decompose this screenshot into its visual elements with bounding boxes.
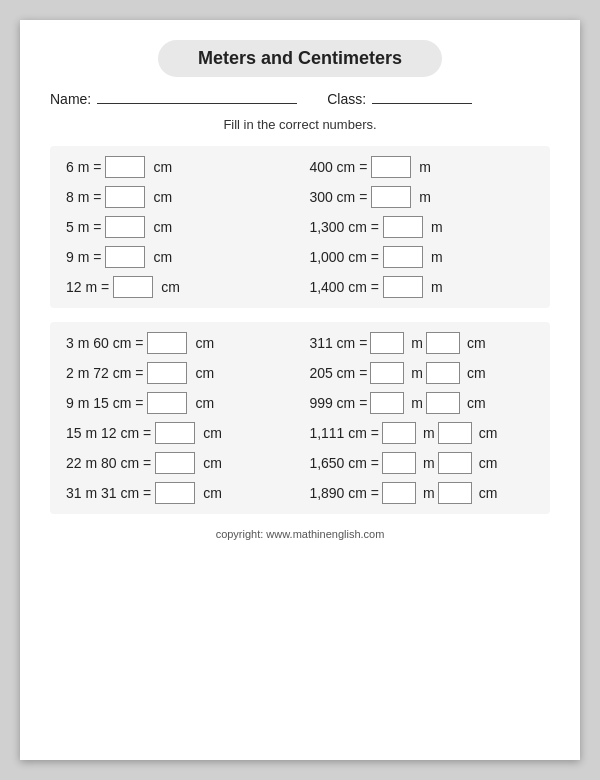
s2-right-expr-6: 1,890 cm = m cm <box>309 482 534 504</box>
s2-right-unit2-5: cm <box>479 455 498 471</box>
answer-box[interactable] <box>438 482 472 504</box>
answer-box[interactable] <box>105 216 145 238</box>
left-expr-4: 9 m = cm <box>66 246 291 268</box>
section2-row-5: 22 m 80 cm = cm 1,650 cm = m cm <box>66 452 534 474</box>
s2-right-text-4: 1,111 cm = <box>309 425 379 441</box>
s2-right-expr-5: 1,650 cm = m cm <box>309 452 534 474</box>
s2-right-text-1: 311 cm = <box>309 335 367 351</box>
left-expr-3: 5 m = cm <box>66 216 291 238</box>
right-expr-5: 1,400 cm = m <box>309 276 534 298</box>
answer-box[interactable] <box>155 482 195 504</box>
answer-box[interactable] <box>382 452 416 474</box>
left-unit-1: cm <box>153 159 172 175</box>
answer-box[interactable] <box>113 276 153 298</box>
answer-box[interactable] <box>147 332 187 354</box>
s2-left-unit-2: cm <box>195 365 214 381</box>
s2-right-unit2-6: cm <box>479 485 498 501</box>
s2-right-unit1-5: m <box>423 455 435 471</box>
answer-box[interactable] <box>370 332 404 354</box>
section2-row-4: 15 m 12 cm = cm 1,111 cm = m cm <box>66 422 534 444</box>
s2-left-unit-6: cm <box>203 485 222 501</box>
s2-right-expr-3: 999 cm = m cm <box>309 392 534 414</box>
s2-right-unit1-4: m <box>423 425 435 441</box>
answer-box[interactable] <box>105 156 145 178</box>
answer-box[interactable] <box>370 392 404 414</box>
left-text-2: 8 m = <box>66 189 101 205</box>
right-text-2: 300 cm = <box>309 189 367 205</box>
name-label: Name: <box>50 91 91 107</box>
right-expr-4: 1,000 cm = m <box>309 246 534 268</box>
left-unit-5: cm <box>161 279 180 295</box>
left-unit-3: cm <box>153 219 172 235</box>
right-unit-5: m <box>431 279 443 295</box>
s2-left-expr-4: 15 m 12 cm = cm <box>66 422 291 444</box>
left-unit-2: cm <box>153 189 172 205</box>
answer-box[interactable] <box>382 482 416 504</box>
worksheet-page: Meters and Centimeters Name: Class: Fill… <box>20 20 580 760</box>
worksheet-title: Meters and Centimeters <box>158 40 442 77</box>
answer-box[interactable] <box>438 452 472 474</box>
right-expr-3: 1,300 cm = m <box>309 216 534 238</box>
s2-left-expr-2: 2 m 72 cm = cm <box>66 362 291 384</box>
s2-right-unit1-1: m <box>411 335 423 351</box>
right-unit-1: m <box>419 159 431 175</box>
right-unit-4: m <box>431 249 443 265</box>
section1-row-3: 5 m = cm 1,300 cm = m <box>66 216 534 238</box>
answer-box[interactable] <box>147 392 187 414</box>
answer-box[interactable] <box>147 362 187 384</box>
right-unit-3: m <box>431 219 443 235</box>
answer-box[interactable] <box>426 392 460 414</box>
s2-left-expr-5: 22 m 80 cm = cm <box>66 452 291 474</box>
section1-row-1: 6 m = cm 400 cm = m <box>66 156 534 178</box>
s2-right-text-2: 205 cm = <box>309 365 367 381</box>
s2-right-unit1-2: m <box>411 365 423 381</box>
answer-box[interactable] <box>155 452 195 474</box>
answer-box[interactable] <box>105 186 145 208</box>
s2-left-expr-6: 31 m 31 cm = cm <box>66 482 291 504</box>
s2-left-expr-3: 9 m 15 cm = cm <box>66 392 291 414</box>
s2-left-unit-1: cm <box>195 335 214 351</box>
s2-right-expr-4: 1,111 cm = m cm <box>309 422 534 444</box>
instructions: Fill in the correct numbers. <box>50 117 550 132</box>
answer-box[interactable] <box>371 156 411 178</box>
answer-box[interactable] <box>382 422 416 444</box>
right-expr-2: 300 cm = m <box>309 186 534 208</box>
s2-left-text-5: 22 m 80 cm = <box>66 455 151 471</box>
s2-right-text-6: 1,890 cm = <box>309 485 379 501</box>
answer-box[interactable] <box>383 246 423 268</box>
left-expr-5: 12 m = cm <box>66 276 291 298</box>
name-class-row: Name: Class: <box>50 91 550 107</box>
answer-box[interactable] <box>383 216 423 238</box>
left-text-5: 12 m = <box>66 279 109 295</box>
s2-left-unit-4: cm <box>203 425 222 441</box>
section2-row-1: 3 m 60 cm = cm 311 cm = m cm <box>66 332 534 354</box>
s2-right-unit2-2: cm <box>467 365 486 381</box>
answer-box[interactable] <box>105 246 145 268</box>
s2-left-text-6: 31 m 31 cm = <box>66 485 151 501</box>
right-text-3: 1,300 cm = <box>309 219 379 235</box>
answer-box[interactable] <box>371 186 411 208</box>
copyright: copyright: www.mathinenglish.com <box>50 528 550 540</box>
class-label: Class: <box>327 91 366 107</box>
s2-left-unit-5: cm <box>203 455 222 471</box>
right-expr-1: 400 cm = m <box>309 156 534 178</box>
right-text-5: 1,400 cm = <box>309 279 379 295</box>
left-text-4: 9 m = <box>66 249 101 265</box>
s2-left-text-2: 2 m 72 cm = <box>66 365 143 381</box>
answer-box[interactable] <box>370 362 404 384</box>
section-2: 3 m 60 cm = cm 311 cm = m cm 2 m 72 cm =… <box>50 322 550 514</box>
name-line <box>97 103 297 104</box>
answer-box[interactable] <box>426 332 460 354</box>
answer-box[interactable] <box>438 422 472 444</box>
section1-row-4: 9 m = cm 1,000 cm = m <box>66 246 534 268</box>
section2-row-6: 31 m 31 cm = cm 1,890 cm = m cm <box>66 482 534 504</box>
s2-right-expr-2: 205 cm = m cm <box>309 362 534 384</box>
title-container: Meters and Centimeters <box>50 40 550 77</box>
class-line <box>372 103 472 104</box>
answer-box[interactable] <box>383 276 423 298</box>
answer-box[interactable] <box>155 422 195 444</box>
left-expr-1: 6 m = cm <box>66 156 291 178</box>
answer-box[interactable] <box>426 362 460 384</box>
s2-left-text-4: 15 m 12 cm = <box>66 425 151 441</box>
s2-right-unit2-3: cm <box>467 395 486 411</box>
